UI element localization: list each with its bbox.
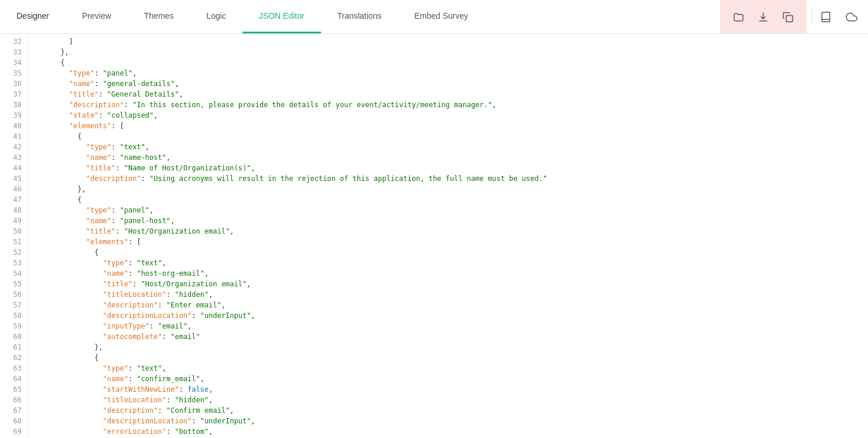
code-line-56: "titleLocation": "hidden", — [35, 289, 868, 300]
code-line-59: "inputType": "email", — [35, 321, 868, 331]
code-line-57: "description": "Enter email", — [35, 300, 868, 310]
code-line-64: "name": "confirm_email", — [35, 374, 868, 384]
code-line-43: "name": "name-host", — [35, 152, 868, 163]
tab-designer[interactable]: Designer — [0, 0, 66, 33]
book-icon[interactable] — [814, 5, 838, 29]
code-line-46: }, — [35, 184, 868, 194]
tab-json-editor[interactable]: JSON Editor — [242, 0, 321, 33]
tab-embed-survey[interactable]: Embed Survey — [398, 0, 484, 33]
tab-themes[interactable]: Themes — [128, 0, 190, 33]
editor-area: 32 33 34 35 36 37 38 39 40 41 42 43 44 4… — [0, 34, 868, 438]
code-line-53: "type": "text", — [35, 258, 868, 268]
code-line-54: "name": "host-org-email", — [35, 268, 868, 279]
code-line-44: "title": "Name of Host/Organization(s)", — [35, 163, 868, 173]
code-line-42: "type": "text", — [35, 142, 868, 152]
folder-icon[interactable] — [727, 5, 750, 29]
code-line-32: ] — [35, 36, 868, 47]
code-line-48: "type": "panel", — [35, 205, 868, 215]
tab-translations[interactable]: Translations — [321, 0, 398, 33]
action-buttons-group — [720, 0, 807, 33]
code-line-51: "elements": [ — [35, 237, 868, 247]
svg-rect-0 — [787, 15, 793, 22]
code-line-67: "description": "Confirm email", — [35, 405, 868, 416]
code-line-69: "errorLocation": "bottom", — [35, 426, 868, 437]
download-icon[interactable] — [751, 5, 775, 29]
code-line-41: { — [35, 131, 868, 142]
json-editor-content[interactable]: ] }, { "type": "panel", "name": "general… — [28, 34, 868, 438]
code-line-39: "state": "collapsed", — [35, 110, 868, 121]
copy-icon[interactable] — [776, 5, 799, 29]
code-line-58: "descriptionLocation": "underInput", — [35, 310, 868, 321]
code-line-55: "title": "Host/Organization email", — [35, 279, 868, 289]
code-line-68: "descriptionLocation": "underInput", — [35, 416, 868, 426]
code-line-61: }, — [35, 342, 868, 353]
code-line-40: "elements": [ — [35, 121, 868, 131]
line-numbers: 32 33 34 35 36 37 38 39 40 41 42 43 44 4… — [0, 34, 28, 438]
code-line-34: { — [35, 57, 868, 68]
top-navigation: Designer Preview Themes Logic JSON Edito… — [0, 0, 868, 34]
code-line-37: "title": "General Details", — [35, 89, 868, 100]
code-line-62: { — [35, 353, 868, 363]
code-line-66: "titleLocation": "hidden", — [35, 395, 868, 405]
code-line-63: "type": "text", — [35, 363, 868, 374]
code-line-47: { — [35, 194, 868, 205]
code-line-45: "description": "Using acronyms will resu… — [35, 173, 868, 184]
code-line-36: "name": "general-details", — [35, 78, 868, 89]
code-line-35: "type": "panel", — [35, 68, 868, 78]
code-line-50: "title": "Host/Organization email", — [35, 226, 868, 237]
code-line-52: { — [35, 247, 868, 258]
cloud-icon[interactable] — [840, 5, 863, 29]
code-line-38: "description": "In this section, please … — [35, 100, 868, 110]
code-line-65: "startWithNewLine": false, — [35, 384, 868, 395]
code-line-60: "autocomplete": "email" — [35, 331, 868, 342]
tab-logic[interactable]: Logic — [190, 0, 242, 33]
code-line-49: "name": "panel-host", — [35, 215, 868, 226]
tab-preview[interactable]: Preview — [66, 0, 128, 33]
code-line-33: }, — [35, 47, 868, 57]
